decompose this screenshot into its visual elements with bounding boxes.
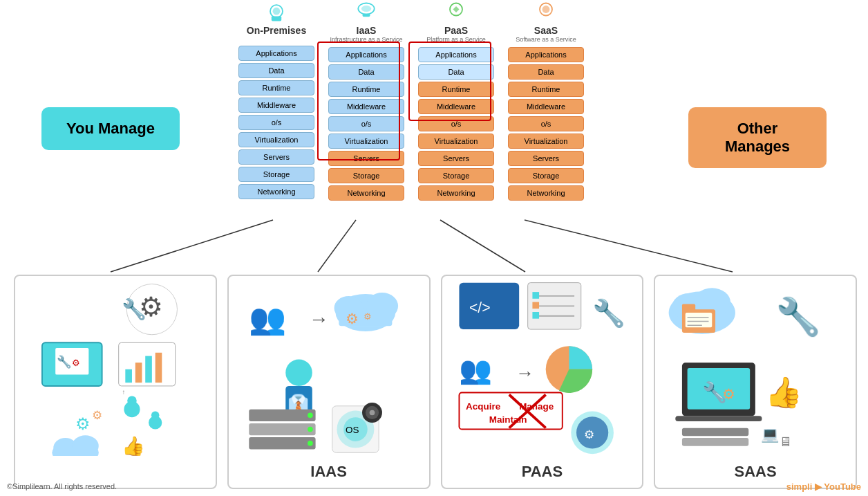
svg-text:→: → bbox=[516, 362, 534, 383]
stack-item: o/s bbox=[508, 116, 584, 131]
column-header-paas: PaaS Platform as a Service bbox=[426, 0, 486, 43]
stack-item: Middleware bbox=[238, 98, 314, 113]
stack-item: Middleware bbox=[418, 99, 494, 114]
svg-rect-98 bbox=[682, 428, 748, 437]
on-premises-title: On-Premises bbox=[247, 25, 306, 36]
stack-item: o/s bbox=[238, 115, 314, 130]
svg-point-51 bbox=[308, 427, 313, 432]
svg-rect-5 bbox=[363, 14, 370, 17]
svg-text:→: → bbox=[309, 308, 329, 330]
svg-text:⚙: ⚙ bbox=[75, 414, 91, 433]
paas-icon bbox=[444, 0, 469, 25]
columns-area: On-Premises Applications Data Runtime Mi… bbox=[235, 0, 587, 201]
stack-item: Servers bbox=[508, 151, 584, 166]
svg-rect-68 bbox=[532, 312, 539, 319]
on-premises-icon bbox=[264, 0, 289, 25]
stack-item: Servers bbox=[238, 149, 314, 165]
saas-icon bbox=[534, 0, 558, 25]
column-header-iaas: IaaS Infrastructure as a Service bbox=[330, 0, 402, 43]
iaas-title: IaaS bbox=[357, 25, 377, 36]
svg-text:↑: ↑ bbox=[122, 388, 126, 396]
stack-item: Networking bbox=[508, 185, 584, 201]
on-prem-illustration: ⚙ 🔧 🔧 ⚙ ↑ ⚙ ⚙ bbox=[15, 276, 216, 456]
iaas-illustration: 👥 → ⚙ ⚙ 👔 bbox=[229, 276, 429, 456]
iaas-label: IAAS bbox=[310, 463, 347, 481]
svg-text:👍: 👍 bbox=[122, 435, 146, 456]
stack-item: o/s bbox=[418, 116, 494, 131]
saas-illustration: 🔧 🔧 ⚙ 👍 💻 🖥 bbox=[655, 276, 856, 456]
svg-rect-23 bbox=[145, 356, 152, 383]
svg-rect-48 bbox=[249, 423, 315, 435]
connector-svg bbox=[0, 220, 868, 272]
bottom-box-paas: </> 🔧 👥 → Acq bbox=[441, 275, 644, 489]
stack-item: Middleware bbox=[508, 99, 584, 114]
svg-rect-66 bbox=[532, 292, 539, 299]
stack-item: Networking bbox=[418, 185, 494, 201]
stack-item: Storage bbox=[418, 168, 494, 183]
svg-text:🔧: 🔧 bbox=[592, 297, 626, 329]
svg-text:⚙: ⚙ bbox=[346, 311, 359, 327]
stack-item: Middleware bbox=[328, 99, 404, 114]
svg-point-59 bbox=[369, 410, 375, 416]
svg-text:</>: </> bbox=[469, 300, 490, 315]
main-container: You Manage Other Manages On-Premises App… bbox=[0, 0, 868, 496]
svg-rect-86 bbox=[682, 304, 695, 312]
svg-text:👥: 👥 bbox=[459, 354, 493, 386]
simplylearn-text: simpli ▶ YouTube bbox=[786, 481, 861, 492]
paas-label: PAAS bbox=[522, 463, 563, 481]
stack-item: Storage bbox=[328, 168, 404, 183]
svg-text:💻: 💻 bbox=[761, 425, 780, 443]
stack-item: Runtime bbox=[418, 82, 494, 97]
other-manages-text: Other Manages bbox=[725, 120, 790, 155]
on-premises-stack: Applications Data Runtime Middleware o/s… bbox=[238, 46, 314, 199]
paas-stack: Applications Data Runtime Middleware o/s… bbox=[418, 47, 494, 201]
svg-rect-99 bbox=[682, 438, 748, 446]
stack-item: Data bbox=[508, 64, 584, 80]
svg-point-4 bbox=[361, 6, 371, 12]
saas-stack: Applications Data Runtime Middleware o/s… bbox=[508, 47, 584, 201]
iaas-subtitle: Infrastructure as a Service bbox=[330, 36, 402, 43]
column-iaas: IaaS Infrastructure as a Service Applica… bbox=[325, 0, 408, 201]
stack-item: Virtualization bbox=[238, 132, 314, 147]
stack-item: Runtime bbox=[508, 82, 584, 97]
svg-text:⚙: ⚙ bbox=[722, 386, 735, 402]
svg-text:⚙: ⚙ bbox=[92, 408, 102, 422]
svg-rect-47 bbox=[249, 410, 315, 421]
svg-rect-22 bbox=[135, 362, 142, 383]
stack-item: Data bbox=[418, 64, 494, 80]
svg-text:🔧: 🔧 bbox=[122, 297, 148, 322]
you-manage-text: You Manage bbox=[66, 120, 155, 137]
stack-item: Data bbox=[328, 64, 404, 80]
stack-item: Virtualization bbox=[508, 134, 584, 149]
stack-item: Servers bbox=[418, 151, 494, 166]
other-manages-label: Other Manages bbox=[688, 107, 827, 168]
svg-rect-1 bbox=[272, 16, 281, 21]
paas-illustration: </> 🔧 👥 → Acq bbox=[442, 276, 643, 456]
column-saas: SaaS Software as a Service Applications … bbox=[504, 0, 587, 201]
saas-label: SAAS bbox=[735, 463, 777, 481]
stack-item: Applications bbox=[328, 47, 404, 62]
svg-rect-21 bbox=[125, 369, 132, 383]
svg-text:OS: OS bbox=[346, 425, 359, 435]
bottom-box-on-prem: ⚙ 🔧 🔧 ⚙ ↑ ⚙ ⚙ bbox=[14, 275, 217, 489]
svg-text:🔧: 🔧 bbox=[57, 354, 72, 369]
saas-title: SaaS bbox=[534, 25, 558, 36]
svg-point-2 bbox=[273, 8, 281, 15]
stack-item: Virtualization bbox=[418, 134, 494, 149]
svg-rect-49 bbox=[249, 437, 315, 449]
column-paas: PaaS Platform as a Service Applications … bbox=[415, 0, 498, 201]
svg-point-52 bbox=[308, 441, 313, 446]
svg-rect-67 bbox=[532, 302, 539, 309]
column-header-on-premises: On-Premises bbox=[247, 0, 306, 42]
column-header-saas: SaaS Software as a Service bbox=[516, 0, 576, 43]
stack-item: Networking bbox=[238, 184, 314, 199]
paas-subtitle: Platform as a Service bbox=[426, 36, 486, 43]
svg-point-29 bbox=[127, 396, 136, 405]
bottom-box-saas: 🔧 🔧 ⚙ 👍 💻 🖥 SAAS bbox=[654, 275, 857, 489]
svg-text:🖥: 🖥 bbox=[779, 434, 792, 449]
stack-item: Networking bbox=[328, 185, 404, 201]
stack-item: Runtime bbox=[238, 80, 314, 95]
stack-item: Applications bbox=[418, 47, 494, 62]
svg-text:👥: 👥 bbox=[249, 301, 287, 337]
stack-item: Storage bbox=[508, 168, 584, 183]
